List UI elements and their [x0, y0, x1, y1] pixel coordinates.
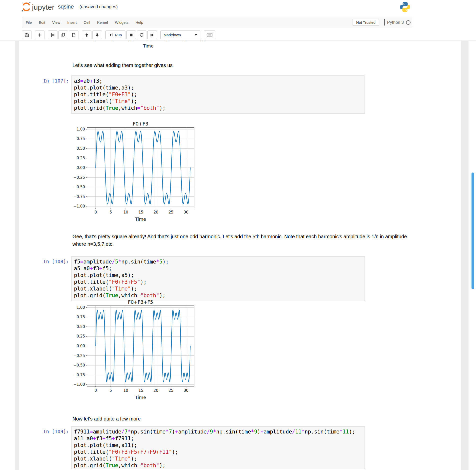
arrow-down-icon	[95, 33, 99, 37]
code-input[interactable]: f5=amplitude/5*np.sin(time*5);a5=a0+f3+f…	[71, 256, 365, 301]
svg-text:20: 20	[153, 210, 158, 214]
kernel-idle-icon	[406, 20, 411, 25]
paste-cells-button[interactable]	[69, 30, 78, 39]
cut-cells-button[interactable]	[48, 30, 57, 39]
svg-text:0.50: 0.50	[77, 146, 85, 151]
svg-text:0.25: 0.25	[77, 156, 85, 160]
code-input[interactable]: a3=a0+f3;plot.plot(time,a3);plot.title("…	[71, 76, 365, 114]
menu-help[interactable]: Help	[132, 20, 147, 24]
menu-cell[interactable]: Cell	[80, 20, 94, 24]
cell-type-dropdown[interactable]: Markdown	[160, 30, 200, 39]
svg-text:Time: Time	[135, 395, 146, 400]
svg-text:−0.75: −0.75	[73, 373, 85, 377]
svg-text:−0.50: −0.50	[73, 185, 85, 189]
markdown-cell[interactable]: Now let's add quite a few more	[72, 415, 141, 422]
svg-text:−1.00: −1.00	[73, 204, 85, 208]
menu-kernel[interactable]: Kernel	[94, 20, 111, 24]
output-plot-f0-f3: 0510152025301.000.750.500.250.00−0.25−0.…	[70, 121, 200, 223]
svg-text:10: 10	[123, 388, 128, 393]
step-forward-icon	[109, 33, 113, 37]
svg-text:15: 15	[138, 388, 143, 393]
svg-text:0.75: 0.75	[77, 136, 85, 141]
svg-text:−0.50: −0.50	[73, 363, 85, 368]
scissors-icon	[50, 32, 55, 38]
paste-icon	[71, 32, 76, 38]
fast-forward-icon	[150, 33, 154, 37]
kernel-separator	[384, 19, 385, 26]
toolbar: Run Markdown	[22, 30, 219, 39]
menu-view[interactable]: View	[49, 20, 64, 24]
svg-text:20: 20	[153, 388, 158, 393]
svg-text:30: 30	[184, 210, 188, 214]
page-background-right	[461, 41, 469, 470]
refresh-icon	[139, 32, 144, 37]
svg-text:1.00: 1.00	[77, 127, 85, 132]
menu-file[interactable]: File	[22, 20, 35, 24]
svg-text:F0+F3: F0+F3	[133, 121, 148, 126]
svg-text:25: 25	[169, 210, 173, 214]
svg-text:−0.25: −0.25	[73, 354, 85, 358]
plus-icon	[37, 33, 42, 37]
restart-kernel-button[interactable]	[137, 30, 146, 39]
copy-cells-button[interactable]	[58, 30, 68, 39]
svg-text:F0+F3+F5: F0+F3+F5	[128, 299, 153, 305]
svg-text:0.75: 0.75	[77, 315, 85, 319]
kernel-indicator: Python 3	[384, 19, 411, 26]
svg-text:0.50: 0.50	[77, 324, 85, 329]
jupyter-logo-dot	[29, 2, 30, 3]
notebook-header: jupyter sqsine (unsaved changes) File Ed…	[0, 0, 476, 41]
svg-text:−0.25: −0.25	[73, 175, 85, 180]
svg-text:5: 5	[109, 210, 112, 214]
save-status: (unsaved changes)	[79, 4, 118, 10]
output-plot-f0-f3-f5: 0510152025301.000.750.500.250.00−0.25−0.…	[70, 299, 200, 402]
scrollbar-thumb[interactable]	[472, 172, 474, 289]
input-prompt: In [107]:	[33, 78, 69, 84]
svg-text:0.25: 0.25	[77, 334, 85, 338]
menu-widgets[interactable]: Widgets	[111, 20, 132, 24]
svg-text:0.00: 0.00	[77, 344, 85, 348]
svg-text:10: 10	[123, 210, 128, 214]
svg-text:−0.75: −0.75	[73, 194, 85, 199]
move-cell-down-button[interactable]	[92, 30, 102, 39]
caret-down-icon	[195, 34, 197, 36]
markdown-cell[interactable]: Gee, that's pretty square already! And t…	[72, 233, 445, 248]
insert-cell-button[interactable]	[35, 30, 44, 39]
restart-run-all-button[interactable]	[147, 30, 157, 39]
trust-status-button[interactable]: Not Trusted	[353, 19, 379, 26]
python-logo-icon	[399, 1, 411, 13]
jupyter-logo-dot	[22, 2, 23, 3]
arrow-up-icon	[84, 33, 89, 37]
kernel-name: Python 3	[387, 20, 404, 25]
menu-insert[interactable]: Insert	[64, 20, 80, 24]
svg-text:5: 5	[109, 388, 112, 393]
cell-type-value: Markdown	[164, 33, 181, 37]
save-button[interactable]	[22, 30, 31, 39]
scrollbar-track[interactable]	[469, 41, 476, 470]
jupyter-logo-dot	[22, 10, 23, 12]
interrupt-kernel-button[interactable]	[126, 30, 136, 39]
menu-edit[interactable]: Edit	[35, 20, 49, 24]
stop-icon	[129, 33, 133, 37]
code-input[interactable]: f7911=amplitude/7*np.sin(time*7)+amplitu…	[71, 426, 365, 469]
run-button[interactable]: Run	[105, 30, 125, 39]
move-cell-up-button[interactable]	[82, 30, 91, 39]
save-icon	[24, 32, 29, 38]
svg-text:−1.00: −1.00	[73, 382, 85, 387]
notebook-title[interactable]: sqsine	[58, 4, 74, 10]
svg-text:25: 25	[169, 388, 173, 393]
markdown-cell[interactable]: Let's see what adding them together give…	[72, 62, 173, 69]
svg-text:15: 15	[138, 210, 143, 214]
menu-bar: File Edit View Insert Cell Kernel Widget…	[22, 17, 412, 28]
svg-text:0: 0	[94, 388, 97, 393]
jupyter-logo-wordmark: jupyter	[32, 3, 54, 11]
svg-text:0.00: 0.00	[77, 166, 85, 170]
input-prompt: In [109]:	[33, 429, 69, 434]
jupyter-logo-bottom-arc	[23, 9, 29, 10]
command-palette-button[interactable]	[204, 30, 215, 39]
page-background-left	[15, 41, 19, 470]
svg-text:1.00: 1.00	[77, 305, 85, 310]
input-prompt: In [108]:	[33, 259, 69, 264]
copy-icon	[61, 32, 66, 38]
svg-text:Time: Time	[135, 216, 146, 222]
keyboard-icon	[207, 33, 213, 37]
